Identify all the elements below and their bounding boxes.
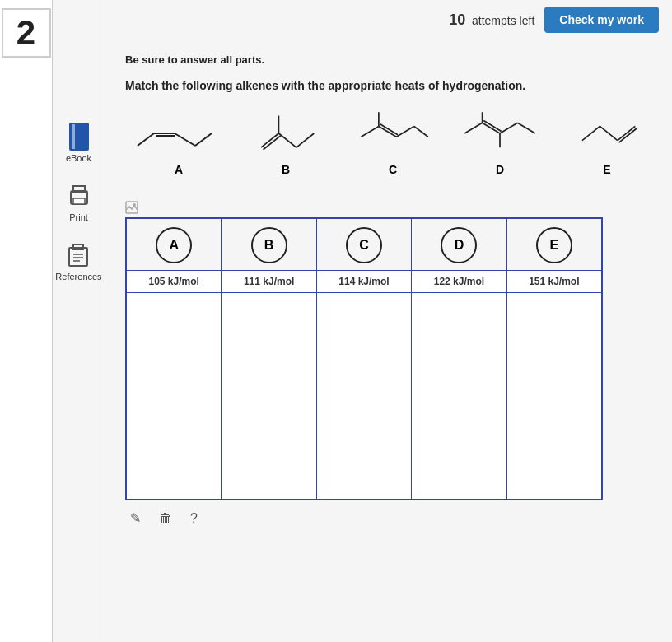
header-bar: 10 attempts left Check my work xyxy=(105,0,672,40)
svg-line-26 xyxy=(464,123,482,133)
energy-d: 122 kJ/mol xyxy=(412,270,506,292)
molecule-b: B xyxy=(240,109,331,176)
drop-body xyxy=(127,293,601,499)
molecule-a: A xyxy=(133,109,224,176)
svg-line-30 xyxy=(500,123,517,133)
energy-a: 105 kJ/mol xyxy=(127,270,221,292)
drop-zone-container: A 105 kJ/mol B 111 kJ/mol C 114 kJ/mol xyxy=(125,201,652,536)
book-icon xyxy=(66,123,92,150)
energy-e: 151 kJ/mol xyxy=(507,270,601,292)
svg-line-10 xyxy=(138,133,154,146)
sidebar-item-references[interactable]: References xyxy=(55,242,101,281)
col-a[interactable]: A 105 kJ/mol xyxy=(127,219,222,292)
svg-rect-4 xyxy=(73,198,85,204)
svg-line-24 xyxy=(396,126,413,137)
check-my-work-button[interactable]: Check my work xyxy=(544,7,659,33)
molecule-d: D xyxy=(455,109,545,176)
svg-line-13 xyxy=(175,133,195,146)
svg-point-38 xyxy=(133,203,136,207)
molecule-b-label: B xyxy=(282,163,290,176)
content-area: Be sure to answer all parts. Match the f… xyxy=(105,40,672,642)
molecule-c-label: C xyxy=(389,163,397,176)
image-icon xyxy=(125,201,138,214)
delete-button[interactable]: 🗑 xyxy=(154,508,177,529)
molecule-e-label: E xyxy=(603,163,610,176)
drop-cell-c[interactable] xyxy=(317,293,412,499)
drop-cell-a[interactable] xyxy=(127,293,222,499)
molecule-e-structure xyxy=(562,109,652,158)
svg-rect-5 xyxy=(69,248,87,266)
svg-line-15 xyxy=(261,133,278,147)
svg-line-32 xyxy=(517,123,534,133)
svg-line-16 xyxy=(264,136,281,150)
column-headers: A 105 kJ/mol B 111 kJ/mol C 114 kJ/mol xyxy=(127,219,601,293)
bottom-toolbar: ✎ 🗑 ? xyxy=(125,500,652,536)
svg-rect-1 xyxy=(72,124,75,149)
help-button[interactable]: ? xyxy=(185,508,203,529)
col-d[interactable]: D 122 kJ/mol xyxy=(412,219,506,292)
print-icon xyxy=(66,183,92,209)
attempts-count: 10 xyxy=(449,12,465,28)
molecule-c-structure xyxy=(348,109,438,158)
svg-rect-0 xyxy=(69,123,89,151)
molecule-d-label: D xyxy=(496,163,504,176)
svg-line-34 xyxy=(600,126,617,140)
molecule-a-structure xyxy=(133,109,224,158)
col-e[interactable]: E 151 kJ/mol xyxy=(507,219,601,292)
attempts-display: 10 attempts left xyxy=(449,12,534,29)
drop-cell-e[interactable] xyxy=(507,293,601,499)
col-b[interactable]: B 111 kJ/mol xyxy=(222,219,316,292)
svg-line-36 xyxy=(619,128,637,142)
edit-button[interactable]: ✎ xyxy=(125,507,146,529)
circle-e: E xyxy=(536,227,572,263)
circle-b: B xyxy=(251,227,287,263)
molecule-e: E xyxy=(562,109,652,176)
sidebar: eBook Print Refe xyxy=(53,0,105,642)
molecule-c: C xyxy=(348,109,438,176)
instruction-text: Be sure to answer all parts. xyxy=(125,54,652,66)
svg-line-20 xyxy=(361,126,378,137)
svg-line-14 xyxy=(195,133,212,146)
sidebar-item-ebook[interactable]: eBook xyxy=(66,123,92,163)
molecules-row: A B xyxy=(125,109,652,176)
svg-line-17 xyxy=(278,133,296,147)
circle-c: C xyxy=(346,227,382,263)
col-c[interactable]: C 114 kJ/mol xyxy=(317,219,412,292)
circle-a: A xyxy=(156,227,192,263)
energy-c: 114 kJ/mol xyxy=(317,270,411,292)
svg-line-19 xyxy=(296,133,314,147)
main-content: 10 attempts left Check my work Be sure t… xyxy=(105,0,672,642)
molecule-b-structure xyxy=(240,109,331,158)
references-label: References xyxy=(55,272,101,281)
question-text: Match the following alkenes with the app… xyxy=(125,79,652,92)
energy-b: 111 kJ/mol xyxy=(222,270,315,292)
molecule-a-label: A xyxy=(175,163,183,176)
drop-cell-b[interactable] xyxy=(222,293,316,499)
svg-line-33 xyxy=(582,126,600,140)
question-number-panel: 2 xyxy=(0,0,53,642)
print-label: Print xyxy=(69,212,88,222)
refs-icon xyxy=(65,242,91,268)
sidebar-item-print[interactable]: Print xyxy=(66,183,92,222)
ebook-label: eBook xyxy=(66,153,91,163)
drop-cell-d[interactable] xyxy=(412,293,506,499)
circle-d: D xyxy=(441,227,477,263)
question-number: 2 xyxy=(2,8,51,58)
svg-line-25 xyxy=(414,126,428,137)
drop-table: A 105 kJ/mol B 111 kJ/mol C 114 kJ/mol xyxy=(125,217,603,500)
molecule-d-structure xyxy=(455,109,545,158)
svg-line-35 xyxy=(618,126,635,140)
